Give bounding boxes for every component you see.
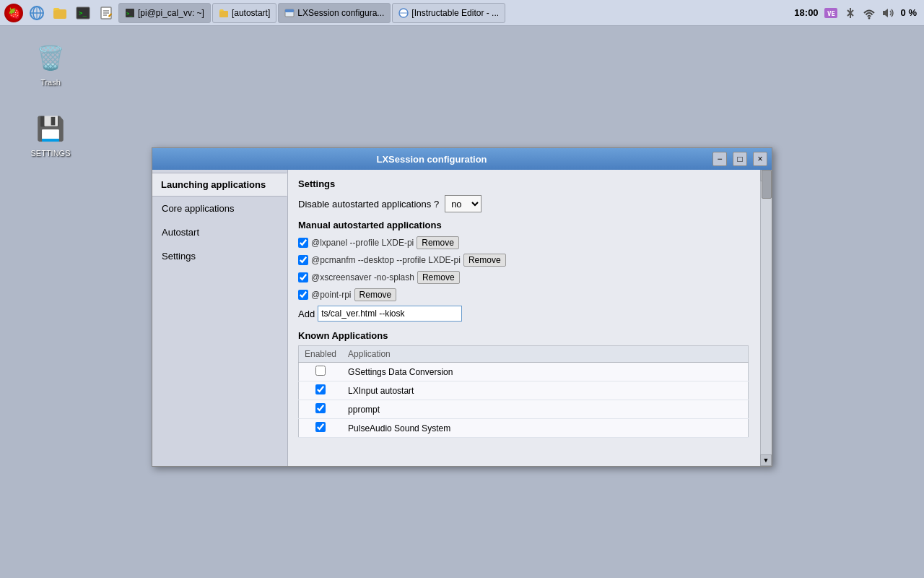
autostart-cmd-0: @lxpanel --profile LXDE-pi [311, 238, 414, 248]
sidebar-item-launching[interactable]: Launching applications [152, 173, 287, 197]
globe-icon [29, 5, 45, 21]
close-button[interactable]: × [753, 152, 767, 166]
settings-icon[interactable]: 💾 SETTINGS [22, 107, 79, 162]
remove-btn-1[interactable]: Remove [463, 254, 506, 267]
volume-icon [881, 5, 897, 21]
known-app-2: pprompt [342, 400, 748, 419]
svg-point-20 [868, 17, 870, 19]
battery-label: 0 % [901, 7, 917, 18]
known-check-0[interactable] [315, 366, 326, 376]
autostart-entry-0: @lxpanel --profile LXDE-pi Remove [298, 236, 749, 249]
disable-label: Disable autostarted applications ? [298, 199, 439, 210]
manual-section-title: Manual autostarted applications [298, 220, 749, 230]
disable-dropdown[interactable]: no yes [445, 195, 481, 212]
add-label: Add [298, 309, 315, 319]
taskbar-app-terminal[interactable]: >_ [pi@pi_cal_vv: ~] [118, 3, 211, 23]
remove-btn-0[interactable]: Remove [417, 236, 459, 249]
trash-label: Trash [40, 78, 61, 87]
folder-small-icon [219, 8, 229, 18]
add-input[interactable] [318, 306, 462, 322]
svg-text:>_: >_ [126, 11, 133, 17]
settings-label: SETTINGS [30, 149, 70, 158]
sidebar: Launching applications Core applications… [152, 170, 288, 466]
known-check-1[interactable] [315, 384, 326, 394]
browser-small-icon [398, 8, 409, 18]
svg-rect-15 [285, 9, 294, 12]
known-check-2[interactable] [315, 403, 326, 413]
svg-text:>_: >_ [79, 9, 87, 17]
autostart-cmd-3: @point-rpi [311, 290, 352, 300]
minimize-button[interactable]: − [712, 152, 727, 166]
trash-icon[interactable]: 🗑️ Trash [22, 36, 79, 91]
table-row: pprompt [299, 400, 749, 419]
taskbar-right: 18:00 VE 0 % [794, 5, 921, 21]
taskbar-app-instructable[interactable]: [Instructable Editor - ... [392, 3, 505, 23]
add-row: Add [298, 306, 749, 322]
settings-section-title: Settings [298, 178, 749, 189]
terminal-small-icon: >_ [125, 8, 135, 18]
autostart-cmd-1: @pcmanfm --desktop --profile LXDE-pi [311, 255, 461, 265]
svg-rect-13 [219, 11, 228, 17]
sidebar-item-settings[interactable]: Settings [152, 244, 287, 268]
autostart-entry-2: @xscreensaver -no-splash Remove [298, 271, 749, 284]
raspi-logo-icon: 🍓 [4, 4, 23, 22]
scrollbar-track: ▲ ▼ [760, 170, 772, 466]
window-small-icon [284, 8, 295, 18]
dialog-title: LXSession configuration [157, 154, 707, 165]
svg-text:VE: VE [827, 10, 835, 17]
table-row: LXInput autostart [299, 381, 749, 400]
autostart-cmd-2: @xscreensaver -no-splash [311, 272, 414, 282]
terminal-icon-btn[interactable]: >_ [72, 2, 94, 24]
taskbar: 🍓 >_ >_ [pi [0, 0, 924, 26]
taskbar-app-lxsession[interactable]: LXSession configura... [278, 3, 391, 23]
known-check-3[interactable] [315, 422, 326, 432]
col-enabled: Enabled [299, 346, 343, 363]
pencil-icon [98, 5, 114, 21]
table-row: PulseAudio Sound System [299, 419, 749, 438]
files-icon-btn[interactable] [49, 2, 71, 24]
wifi-icon [862, 6, 876, 20]
known-app-1: LXInput autostart [342, 381, 748, 400]
terminal-icon: >_ [75, 5, 91, 21]
sidebar-item-autostart[interactable]: Autostart [152, 220, 287, 244]
remove-btn-2[interactable]: Remove [417, 271, 460, 284]
svg-rect-4 [53, 9, 66, 19]
autostart-entry-3: @point-rpi Remove [298, 288, 749, 301]
col-application: Application [342, 346, 748, 363]
raspi-menu-button[interactable]: 🍓 [3, 2, 25, 24]
sidebar-item-core[interactable]: Core applications [152, 197, 287, 220]
bluetooth-icon [843, 6, 858, 20]
content-area: Settings Disable autostarted application… [288, 170, 772, 466]
editor-icon-btn[interactable] [95, 2, 117, 24]
taskbar-app-autostart[interactable]: [autostart] [212, 3, 276, 23]
table-row: GSettings Data Conversion [299, 363, 749, 381]
autostart-entry-1: @pcmanfm --desktop --profile LXDE-pi Rem… [298, 254, 749, 267]
autostart-check-1[interactable] [298, 255, 308, 265]
dialog-body: Launching applications Core applications… [152, 170, 772, 466]
autostart-check-2[interactable] [298, 272, 308, 282]
ibus-icon: VE [823, 5, 839, 21]
autostart-check-3[interactable] [298, 290, 308, 300]
known-section-title: Known Applications [298, 330, 749, 341]
browser-icon-btn[interactable] [26, 2, 48, 24]
dialog-titlebar: LXSession configuration − □ × [152, 148, 772, 170]
clock: 18:00 [794, 7, 818, 18]
known-app-0: GSettings Data Conversion [342, 363, 748, 381]
folder-icon [52, 5, 68, 21]
known-app-3: PulseAudio Sound System [342, 419, 748, 438]
remove-btn-3[interactable]: Remove [354, 288, 397, 301]
known-apps-table: Enabled Application GSettings Data Conve… [298, 345, 749, 438]
lxsession-dialog: LXSession configuration − □ × Launching … [152, 147, 772, 467]
autostart-check-0[interactable] [298, 238, 308, 248]
scrollbar-down-arrow[interactable]: ▼ [760, 454, 772, 466]
disable-autostart-row: Disable autostarted applications ? no ye… [298, 195, 749, 212]
maximize-button[interactable]: □ [733, 152, 747, 166]
scrollbar-thumb[interactable] [762, 170, 772, 199]
